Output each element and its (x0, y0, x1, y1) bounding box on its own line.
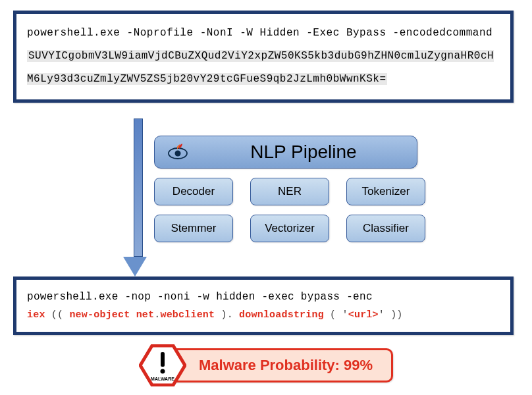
input-code-box: powershell.exe -Noprofile -NonI -W Hidde… (13, 11, 514, 103)
pipeline-title-bar: NLP Pipeline (154, 136, 417, 169)
module-decoder: Decoder (154, 178, 233, 205)
svg-rect-3 (161, 352, 165, 367)
tok-webclient: webclient (160, 309, 215, 321)
pipeline-modules: Decoder NER Tokenizer Stemmer Vectorizer… (154, 178, 457, 242)
badge-text: MALWARE (151, 377, 174, 381)
flow-arrow (130, 118, 146, 283)
malware-badge-icon: MALWARE (139, 344, 186, 386)
decoded-output: powershell.exe -nop -noni -w hidden -exe… (27, 288, 500, 325)
tok-download: downloadstring (239, 309, 324, 321)
module-ner: NER (250, 178, 329, 205)
tok-p2: ). (215, 309, 239, 321)
encoded-base64: SUVYICgobmV3LW9iamVjdCBuZXQud2ViY2xpZW50… (27, 50, 494, 85)
command-prefix: powershell.exe -Noprofile -NonI -W Hidde… (27, 27, 492, 39)
module-stemmer: Stemmer (154, 215, 233, 242)
output-code-box: powershell.exe -nop -noni -w hidden -exe… (13, 276, 514, 336)
tok-newobj: new-object (69, 309, 130, 321)
svg-point-4 (160, 369, 165, 374)
malware-probability-label: Malware Probability: 99% (168, 348, 393, 382)
svg-point-1 (175, 151, 181, 157)
module-tokenizer: Tokenizer (346, 178, 425, 205)
input-code-text: powershell.exe -Noprofile -NonI -W Hidde… (27, 22, 500, 92)
tok-p4: ' )) (379, 309, 403, 321)
tok-net: net (136, 309, 155, 321)
pipeline-title: NLP Pipeline (202, 142, 405, 163)
malware-result-row: MALWARE Malware Probability: 99% (13, 344, 519, 386)
fireeye-icon (167, 144, 189, 161)
module-vectorizer: Vectorizer (250, 215, 329, 242)
arrow-head (123, 257, 147, 276)
decoded-line2: iex (( new-object net.webclient ). downl… (27, 306, 500, 324)
tok-p1: (( (45, 309, 70, 321)
tok-iex: iex (27, 309, 45, 321)
pipeline-area: NLP Pipeline Decoder NER Tokenizer Stemm… (154, 136, 457, 242)
tok-space (130, 309, 136, 321)
tok-url: <url> (348, 309, 379, 321)
tok-p3: ( ' (324, 309, 348, 321)
arrow-shaft (134, 118, 143, 257)
module-classifier: Classifier (346, 215, 425, 242)
decoded-line1: powershell.exe -nop -noni -w hidden -exe… (27, 288, 500, 307)
